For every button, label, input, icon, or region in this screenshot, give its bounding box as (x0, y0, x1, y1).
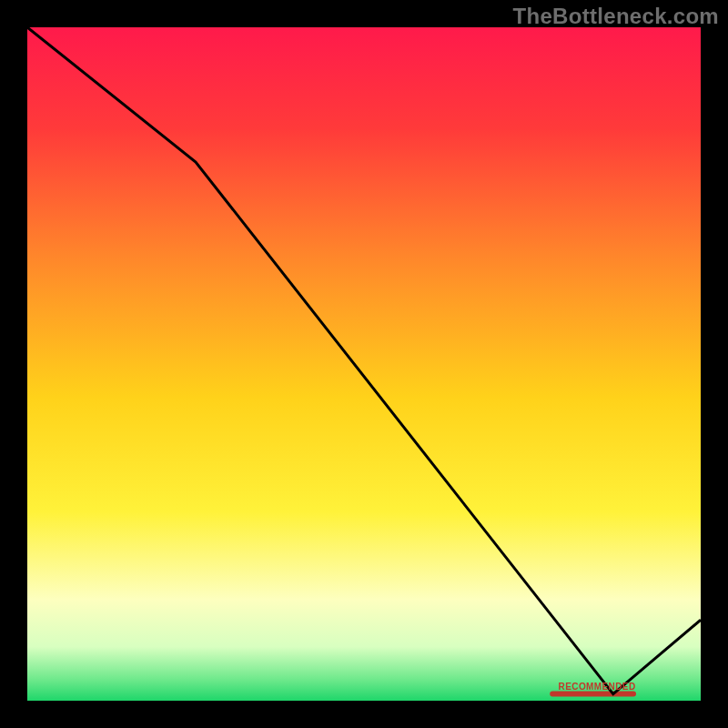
recommended-label: RECOMMENDED (559, 682, 636, 692)
chart-frame: TheBottleneck.com RECOMMENDED (0, 0, 728, 728)
plot-area: RECOMMENDED (27, 27, 701, 701)
attribution-label: TheBottleneck.com (513, 4, 719, 29)
chart-canvas (27, 27, 701, 701)
gradient-background (27, 27, 701, 701)
